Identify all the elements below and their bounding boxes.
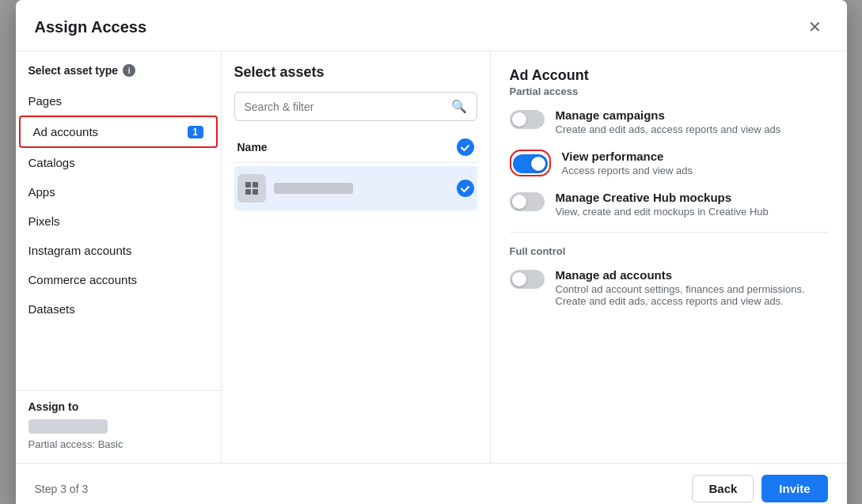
sidebar-item-datasets[interactable]: Datasets [16,294,221,324]
assign-to-avatar [28,419,108,434]
footer-buttons: Back Invite [692,475,827,502]
instagram-accounts-label: Instagram accounts [28,244,132,257]
search-box: 🔍 [234,92,477,121]
modal-footer: Step 3 of 3 Back Invite [16,463,847,504]
right-panel: Ad Account Partial access Manage campaig… [491,51,847,463]
manage-campaigns-toggle[interactable] [510,110,545,129]
toggle-knob [512,272,526,286]
assign-access-modal: Assign Access ✕ Select asset type i Page… [16,0,847,504]
middle-panel: Select assets 🔍 Name [222,51,491,463]
permission-manage-creative-hub: Manage Creative Hub mockups View, create… [510,191,828,218]
asset-name-blurred [274,183,353,194]
commerce-accounts-label: Commerce accounts [28,273,138,286]
assign-to-label: Assign to [28,400,208,413]
partial-access-label: Partial access: Basic [28,438,208,450]
modal-body: Select asset type i Pages Ad accounts 1 … [16,51,847,463]
manage-ad-accounts-toggle[interactable] [510,270,545,289]
asset-type-list: Pages Ad accounts 1 Catalogs Apps Pixels [16,86,221,390]
svg-rect-0 [245,182,251,188]
permission-manage-campaigns: Manage campaigns Create and edit ads, ac… [510,108,828,135]
full-control-label: Full control [510,245,828,257]
toggle-knob [531,157,545,171]
sidebar-item-catalogs[interactable]: Catalogs [16,148,221,177]
pages-label: Pages [28,94,63,108]
asset-type-section-title: Select asset type i [16,64,221,86]
manage-creative-hub-label: Manage Creative Hub mockups [556,191,828,204]
permission-manage-ad-accounts: Manage ad accounts Control ad account se… [510,268,828,307]
assign-to-section: Assign to Partial access: Basic [16,390,221,450]
svg-rect-1 [253,182,258,188]
sidebar-item-commerce-accounts[interactable]: Commerce accounts [16,265,221,294]
svg-rect-2 [245,189,251,195]
manage-campaigns-desc: Create and edit ads, access reports and … [556,123,828,135]
ad-accounts-badge: 1 [188,126,203,138]
asset-row[interactable] [234,166,477,210]
manage-campaigns-label: Manage campaigns [556,108,828,122]
manage-ad-accounts-desc: Control ad account settings, finances an… [556,283,828,307]
select-all-checkbox[interactable] [457,138,474,156]
select-asset-type-label: Select asset type [28,64,119,77]
sidebar-item-apps[interactable]: Apps [16,177,221,207]
asset-icon [237,174,266,203]
view-performance-toggle-outline [510,150,551,176]
left-panel: Select asset type i Pages Ad accounts 1 … [16,51,222,463]
partial-access-section-label: Partial access [510,85,828,97]
toggle-knob [512,112,526,127]
sidebar-item-ad-accounts[interactable]: Ad accounts 1 [19,116,218,148]
permission-view-performance: View performance Access reports and view… [510,150,828,176]
back-button[interactable]: Back [692,475,754,502]
info-icon: i [123,64,135,77]
checkmark-all-icon [460,142,470,153]
view-performance-label: View performance [562,150,828,163]
manage-creative-hub-desc: View, create and edit mockups in Creativ… [556,206,828,218]
pixels-label: Pixels [28,214,60,228]
modal-header: Assign Access ✕ [16,0,847,51]
manage-ad-accounts-label: Manage ad accounts [556,268,828,282]
search-input[interactable] [245,100,451,113]
assets-table: Name [234,132,477,450]
sidebar-item-instagram-accounts[interactable]: Instagram accounts [16,236,221,265]
step-indicator: Step 3 of 3 [35,483,89,495]
svg-rect-3 [253,189,258,195]
toggle-knob [512,195,526,209]
ad-account-title: Ad Account [510,67,828,84]
view-performance-desc: Access reports and view ads [562,165,828,176]
ad-accounts-label: Ad accounts [33,125,99,138]
asset-checkbox[interactable] [457,180,474,197]
section-divider [510,232,828,233]
search-icon: 🔍 [451,99,467,114]
manage-creative-hub-toggle[interactable] [510,192,545,211]
invite-button[interactable]: Invite [761,475,827,502]
checkmark-icon [460,184,470,194]
catalogs-label: Catalogs [28,156,75,169]
sidebar-item-pages[interactable]: Pages [16,86,221,116]
apps-label: Apps [28,185,55,199]
table-header: Name [234,132,477,163]
select-assets-title: Select assets [234,64,477,81]
close-button[interactable]: ✕ [803,14,828,40]
close-icon: ✕ [808,17,822,36]
modal-title: Assign Access [35,18,147,36]
name-column-header: Name [237,141,268,153]
view-performance-toggle[interactable] [513,154,548,173]
sidebar-item-pixels[interactable]: Pixels [16,207,221,236]
datasets-label: Datasets [28,302,75,316]
